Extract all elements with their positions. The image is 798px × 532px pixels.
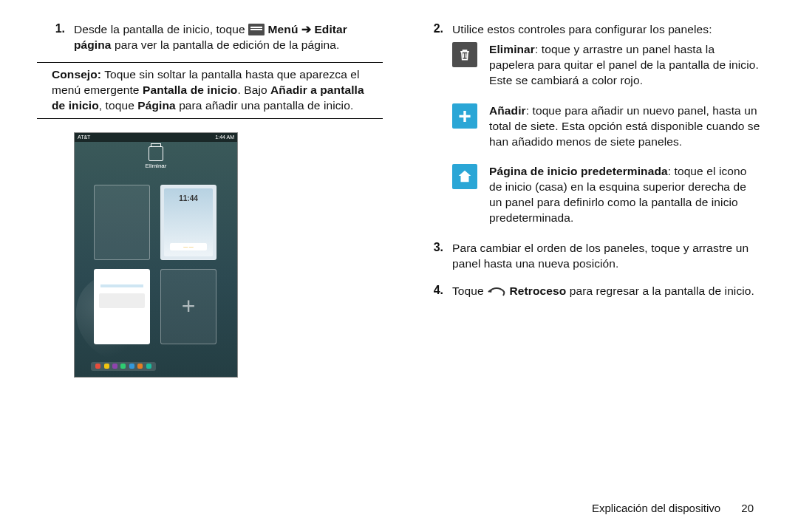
arrow-icon: ➔ [298,23,314,35]
step-number: 3. [430,241,443,276]
panel-thumb [94,269,150,344]
text: , toque [99,99,138,112]
text: Desde la pantalla de inicio, toque [74,23,248,35]
step-3-text: Para cambiar el orden de los paneles, to… [452,241,761,272]
step-number: 1. [52,22,65,58]
add-panel-thumb: + [160,269,216,344]
text: para añadir una pantalla de inicio. [176,99,354,112]
dock [91,362,156,371]
home-icon [452,164,477,189]
control-text: Página de inicio predeterminada: toque e… [489,164,761,226]
status-bar: AT&T 1:44 AM [75,133,237,142]
label: Página de inicio predeterminada [489,165,668,177]
control-eliminar: Eliminar: toque y arrastre un panel hast… [415,42,761,93]
panel-thumb-selected: 11:44 — — [160,185,216,260]
tip-text: Consejo: Toque sin soltar la pantalla ha… [52,67,368,114]
widget-chip: — — [170,243,207,250]
step-4-text: Toque Retroceso para regresar a la panta… [452,284,754,299]
tip-box: Consejo: Toque sin soltar la pantalla ha… [37,67,383,114]
control-text: Añadir: toque para añadir un nuevo panel… [489,103,761,150]
control-text: Eliminar: toque y arrastre un panel hast… [489,42,761,89]
section-title: Explicación del dispositivo [592,502,720,514]
plus-icon: + [182,293,196,320]
control-home: Página de inicio predeterminada: toque e… [415,164,761,231]
step-4: 4. Toque Retroceso para regresar a la pa… [415,284,761,304]
control-anadir: + Añadir: toque para añadir un nuevo pan… [415,103,761,154]
text: Toque [452,284,487,297]
phone-frame: AT&T 1:44 AM Eliminar 11:44 — — [74,132,238,378]
back-icon [487,286,506,296]
label: Eliminar [489,43,535,55]
step-3: 3. Para cambiar el orden de los paneles,… [415,241,761,276]
step-number: 2. [430,22,443,42]
remove-label: Eliminar [75,163,237,169]
divider [37,62,383,63]
carrier-label: AT&T [78,134,90,140]
plus-icon: + [452,103,477,129]
step-number: 4. [430,284,443,304]
page-number: 20 [741,502,754,514]
remove-drop-area: Eliminar [75,146,237,169]
clock-label: 1:44 AM [215,134,234,140]
step-1-text: Desde la pantalla de inicio, toque Menú … [74,22,383,53]
phone-screenshot: AT&T 1:44 AM Eliminar 11:44 — — [37,132,383,378]
page-footer: Explicación del dispositivo 20 [592,502,754,514]
label: Añadir [489,104,526,117]
menu-label: Menú [268,23,299,35]
right-column: 2. Utilice estos controles para configur… [415,22,761,517]
text: Pantalla de inicio [143,83,237,96]
step-1: 1. Desde la pantalla de inicio, toque Me… [37,22,383,58]
panel-thumb [94,185,150,260]
text: : toque para añadir un nuevo panel, hast… [489,104,760,148]
left-column: 1. Desde la pantalla de inicio, toque Me… [37,22,383,517]
text: para ver la pantalla de edición de la pá… [112,38,340,51]
menu-icon [248,24,265,35]
widget-clock: 11:44 [164,194,213,202]
divider [37,118,383,119]
retroceso-label: Retroceso [510,284,567,297]
text: para regresar a la pantalla de inicio. [566,284,754,297]
text: Página [137,99,175,112]
step-2-text: Utilice estos controles para configurar … [452,22,712,38]
trash-icon [149,146,163,161]
text: . Bajo [237,83,270,96]
step-2: 2. Utilice estos controles para configur… [415,22,761,42]
tip-label: Consejo: [52,68,101,81]
trash-icon [452,42,477,67]
